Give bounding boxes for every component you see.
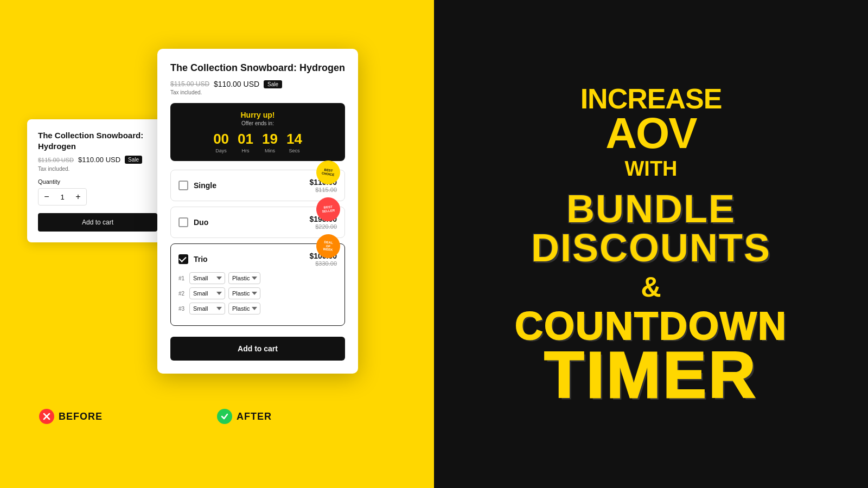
before-tax-text: Tax included. — [38, 166, 157, 172]
bundle-duo[interactable]: BESTSELLER Duo $198.00 $220.00 — [170, 207, 345, 238]
before-label-text: BEFORE — [59, 411, 103, 422]
bundle-single-header: Single $110.00 $115.00 — [178, 178, 337, 193]
ampersand-text: & — [515, 271, 787, 303]
before-add-to-cart-button[interactable]: Add to cart — [38, 213, 157, 232]
variant-3-size[interactable]: SmallMediumLarge — [189, 303, 225, 314]
bundle-single[interactable]: BESTCHOICE Single $110.00 $115.00 — [170, 170, 345, 201]
countdown-mins: 19 Mins — [262, 132, 278, 153]
countdown-days: 00 Days — [213, 132, 229, 153]
with-text: WITH — [580, 157, 722, 181]
bundle-duo-header: Duo $198.00 $220.00 — [178, 215, 337, 230]
bundle-text: BUNDLE — [515, 189, 787, 228]
aov-text: AOV — [580, 113, 722, 154]
bundle-trio-header: Trio $100.00 $330.00 — [178, 252, 337, 267]
best-seller-badge-text: BESTSELLER — [322, 206, 335, 214]
offer-ends-text: Offer ends in: — [179, 120, 336, 126]
after-card: The Collection Snowboard: Hydrogen $115.… — [157, 49, 358, 374]
duo-checkbox[interactable] — [178, 217, 188, 227]
best-choice-badge-text: BESTCHOICE — [322, 168, 335, 177]
hrs-digit: 01 — [238, 132, 253, 146]
after-sale-price: $110.00 USD — [214, 80, 259, 88]
single-old-price: $115.00 — [309, 187, 337, 193]
trio-old-price: $330.00 — [309, 260, 337, 267]
timer-label-text: TIMER — [515, 345, 787, 404]
before-sale-price: $110.00 USD — [78, 156, 120, 164]
trio-name: Trio — [194, 255, 208, 264]
countdown-digits: 00 Days 01 Hrs 19 Mins 14 Secs — [179, 132, 336, 153]
variant-3-material[interactable]: PlasticMetalWood — [228, 303, 260, 314]
variant-2-size[interactable]: SmallMediumLarge — [189, 287, 225, 299]
before-qty-plus[interactable]: + — [70, 189, 86, 205]
trio-variant-selectors: #1 SmallMediumLarge PlasticMetalWood #2 … — [178, 272, 337, 314]
after-card-title: The Collection Snowboard: Hydrogen — [170, 62, 345, 74]
duo-name: Duo — [194, 218, 208, 227]
variant-num-2: #2 — [178, 291, 186, 297]
after-original-price: $115.00 USD — [170, 80, 209, 88]
variant-row-1: #1 SmallMediumLarge PlasticMetalWood — [178, 272, 337, 284]
countdown-hrs: 01 Hrs — [238, 132, 253, 153]
days-label: Days — [213, 148, 229, 153]
before-original-price: $115.00 USD — [38, 157, 74, 163]
variant-row-2: #2 SmallMediumLarge PlasticMetalWood — [178, 287, 337, 299]
countdown-secs: 14 Secs — [286, 132, 302, 153]
mins-label: Mins — [262, 148, 278, 153]
left-panel: The Collection Snowboard: Hydrogen $115.… — [0, 0, 434, 488]
hurry-up-text: Hurry up! — [179, 111, 336, 119]
after-sale-badge: Sale — [264, 80, 282, 88]
single-checkbox[interactable] — [178, 181, 188, 190]
increase-text: INCREASE — [580, 85, 722, 113]
variant-num-3: #3 — [178, 306, 186, 312]
variant-row-3: #3 SmallMediumLarge PlasticMetalWood — [178, 303, 337, 314]
after-label-row: AFTER — [217, 409, 272, 424]
countdown-box: Hurry up! Offer ends in: 00 Days 01 Hrs … — [170, 103, 345, 161]
secs-label: Secs — [286, 148, 302, 153]
right-top-section: INCREASE AOV WITH — [580, 85, 722, 184]
mins-digit: 19 — [262, 132, 278, 146]
before-card-title: The Collection Snowboard: Hydrogen — [38, 130, 157, 151]
before-qty-label: Quantity — [38, 178, 157, 185]
after-label-text: AFTER — [237, 411, 272, 422]
variant-num-1: #1 — [178, 275, 186, 281]
before-card: The Collection Snowboard: Hydrogen $115.… — [27, 119, 168, 242]
bundle-section: BUNDLE DISCOUNTS & COUNTDOWN TIMER — [515, 189, 787, 404]
after-add-to-cart-button[interactable]: Add to cart — [170, 337, 345, 361]
deal-badge-text: DEALOFWEEK — [323, 241, 334, 252]
discounts-text: DISCOUNTS — [515, 228, 787, 267]
after-check-icon — [217, 409, 232, 424]
right-panel: INCREASE AOV WITH BUNDLE DISCOUNTS & COU… — [434, 0, 868, 488]
single-name: Single — [194, 181, 216, 190]
before-sale-badge: Sale — [125, 156, 142, 164]
hrs-label: Hrs — [238, 148, 253, 153]
secs-digit: 14 — [286, 132, 302, 146]
before-qty-minus[interactable]: − — [39, 189, 55, 205]
variant-2-material[interactable]: PlasticMetalWood — [228, 287, 260, 299]
before-qty-value: 1 — [55, 193, 70, 201]
days-digit: 00 — [213, 132, 229, 146]
before-label-row: BEFORE — [39, 409, 103, 424]
after-tax-text: Tax included. — [170, 89, 345, 95]
before-x-icon — [39, 409, 54, 424]
variant-1-size[interactable]: SmallMediumLarge — [189, 272, 225, 284]
before-qty-control: − 1 + — [38, 188, 87, 206]
variant-1-material[interactable]: PlasticMetalWood — [228, 272, 260, 284]
bundle-trio[interactable]: DEALOFWEEK Trio $100.00 $330.00 #1 Small… — [170, 243, 345, 326]
duo-old-price: $220.00 — [309, 223, 337, 230]
trio-checkbox[interactable] — [178, 254, 188, 264]
